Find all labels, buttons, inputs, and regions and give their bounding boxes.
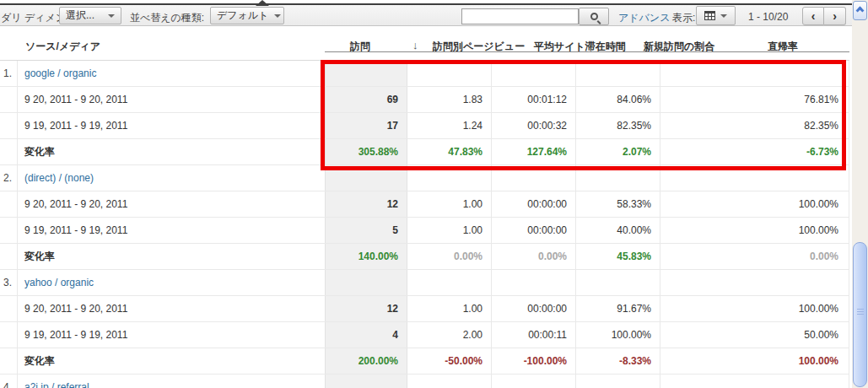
search-button[interactable]	[579, 8, 609, 25]
date-range-label: 9 19, 2011 - 9 19, 2011	[18, 322, 325, 348]
table-row-date: 9 20, 2011 - 9 20, 2011 69 1.83 00:01:12…	[0, 87, 849, 113]
visits-value: 4	[325, 322, 407, 348]
scroll-up-button[interactable]	[853, 1, 867, 20]
visits-value: 12	[325, 191, 407, 217]
avg-time-value: 00:00:00	[492, 296, 576, 321]
date-range-label: 9 20, 2011 - 9 20, 2011	[18, 191, 325, 217]
change-rate-label: 変化率	[18, 139, 325, 164]
scrollbar-thumb[interactable]	[853, 242, 867, 387]
table-view-dropdown[interactable]	[696, 6, 736, 25]
dimension-select-dropdown[interactable]: 選択...	[59, 7, 121, 24]
column-header-bounce-rate[interactable]: 直帰率	[768, 40, 798, 54]
source-link[interactable]: yahoo / organic	[24, 277, 94, 288]
chevron-down-icon	[274, 14, 281, 18]
table-row-date: 9 20, 2011 - 9 20, 2011 12 1.00 00:00:00…	[0, 296, 849, 322]
pages-per-visit-change: 47.83%	[407, 139, 492, 164]
bounce-rate-value: 82.35%	[660, 113, 849, 138]
visits-change: 140.00%	[325, 244, 407, 269]
scroll-up-icon	[856, 7, 865, 15]
avg-time-value: 00:00:11	[492, 322, 576, 348]
new-visits-value: 82.35%	[576, 113, 660, 138]
avg-time-change: -100.00%	[492, 348, 576, 374]
table-view-icon	[704, 11, 715, 20]
table-row-date: 9 20, 2011 - 9 20, 2011 12 1.00 00:00:00…	[0, 191, 849, 218]
avg-time-change: 0.00%	[492, 244, 576, 269]
avg-time-value: 00:00:32	[492, 113, 576, 138]
visits-change: 305.88%	[325, 139, 407, 164]
chevron-down-icon	[720, 14, 727, 18]
sources-table: 1. google / organic 9 20, 2011 - 9 20, 2…	[0, 61, 849, 388]
dimension-select-value: 選択...	[66, 8, 94, 23]
row-rank: 3.	[0, 270, 18, 295]
table-header: ソース/メディア 訪問 ↓ 訪問別ページビュー 平均サイト滞在時間 新規訪問の割…	[0, 27, 849, 61]
row-rank: 4.	[0, 375, 18, 388]
new-visits-value: 100.00%	[576, 322, 660, 348]
new-visits-value: 84.06%	[576, 87, 660, 112]
bounce-rate-value: 100.00%	[660, 191, 849, 217]
visits-value: 12	[325, 296, 407, 321]
visits-change: 200.00%	[325, 348, 407, 374]
column-header-pages-per-visit[interactable]: 訪問別ページビュー	[433, 40, 525, 54]
bounce-rate-change: -6.73%	[660, 139, 849, 164]
source-link[interactable]: a2i.jp / referral	[24, 381, 89, 388]
source-link[interactable]: google / organic	[24, 67, 96, 79]
table-row-source: 1. google / organic	[0, 61, 849, 87]
table-row-date: 9 19, 2011 - 9 19, 2011 17 1.24 00:00:32…	[0, 113, 849, 139]
bounce-rate-value: 76.81%	[660, 87, 849, 112]
avg-time-value: 00:00:00	[492, 218, 576, 243]
avg-time-value: 00:01:12	[492, 87, 576, 112]
bounce-rate-value: 100.00%	[660, 218, 849, 243]
pagination-range: 1 - 10/20	[748, 11, 788, 23]
bounce-rate-change: 0.00%	[660, 244, 849, 269]
sort-type-dropdown[interactable]: デフォルト	[210, 7, 284, 24]
date-range-label: 9 19, 2011 - 9 19, 2011	[18, 218, 325, 243]
date-range-label: 9 20, 2011 - 9 20, 2011	[18, 87, 325, 112]
source-link[interactable]: (direct) / (none)	[24, 172, 94, 184]
avg-time-value: 00:00:00	[492, 191, 576, 217]
change-rate-label: 変化率	[18, 348, 325, 374]
table-row-source: 3. yahoo / organic	[0, 270, 849, 296]
chevron-down-icon	[108, 14, 115, 18]
new-visits-change: -8.33%	[576, 348, 660, 374]
table-row-change: 変化率 200.00% -50.00% -100.00% -8.33% 100.…	[0, 348, 849, 375]
pages-per-visit-value: 1.83	[407, 87, 492, 112]
previous-page-button[interactable]: ‹	[802, 7, 824, 25]
sort-descending-icon[interactable]: ↓	[412, 39, 418, 51]
sort-type-label: 並べ替えの種類:	[130, 11, 204, 25]
column-header-visits[interactable]: 訪問	[350, 40, 370, 54]
new-visits-value: 91.67%	[576, 296, 660, 321]
visits-value: 17	[325, 113, 407, 138]
display-label: 表示:	[672, 11, 695, 25]
avg-time-change: 127.64%	[492, 139, 576, 164]
bounce-rate-value: 50.00%	[660, 322, 849, 348]
table-row-source: 4. a2i.jp / referral	[0, 375, 849, 388]
table-row-change: 変化率 140.00% 0.00% 0.00% 45.83% 0.00%	[0, 244, 849, 270]
pages-per-visit-value: 1.00	[407, 218, 492, 243]
visits-value: 5	[325, 218, 407, 243]
new-visits-change: 2.07%	[576, 139, 660, 164]
column-header-new-visits[interactable]: 新規訪問の割合	[644, 40, 714, 54]
table-row-change: 変化率 305.88% 47.83% 127.64% 2.07% -6.73%	[0, 139, 849, 165]
new-visits-value: 40.00%	[576, 218, 660, 243]
date-range-label: 9 20, 2011 - 9 20, 2011	[18, 296, 325, 321]
table-row-date: 9 19, 2011 - 9 19, 2011 4 2.00 00:00:11 …	[0, 322, 849, 348]
pages-per-visit-value: 1.00	[407, 296, 492, 321]
advanced-link[interactable]: アドバンス	[618, 11, 670, 25]
toolbar: ダリ ディメンション: 選択... 並べ替えの種類: デフォルト アドバンス 表…	[0, 0, 868, 26]
new-visits-value: 58.33%	[576, 191, 660, 217]
column-header-avg-time-on-site[interactable]: 平均サイト滞在時間	[534, 40, 626, 54]
scrollbar-grip-icon	[857, 309, 864, 315]
row-rank: 2.	[0, 165, 18, 191]
table-row-source: 2. (direct) / (none)	[0, 165, 849, 191]
bounce-rate-value: 100.00%	[660, 296, 849, 321]
pages-per-visit-value: 1.24	[407, 113, 492, 138]
table-row-date: 9 19, 2011 - 9 19, 2011 5 1.00 00:00:00 …	[0, 218, 849, 244]
search-input[interactable]	[461, 8, 579, 24]
vertical-scrollbar[interactable]	[852, 0, 868, 388]
pages-per-visit-change: -50.00%	[407, 348, 492, 374]
sort-type-value: デフォルト	[217, 8, 268, 23]
next-page-button[interactable]: ›	[824, 7, 846, 25]
pages-per-visit-change: 0.00%	[407, 244, 492, 269]
row-rank: 1.	[0, 61, 18, 86]
column-header-source-medium[interactable]: ソース/メディア	[25, 40, 100, 54]
